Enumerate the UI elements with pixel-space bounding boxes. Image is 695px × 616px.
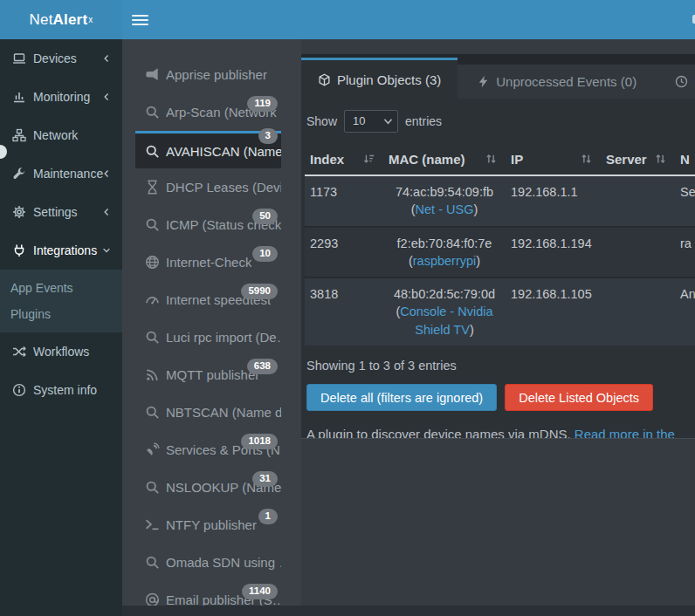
sidebar-item-label: System info (33, 383, 97, 397)
terminal-icon (145, 517, 160, 532)
top-navbar: NetAlertx (0, 0, 695, 39)
plugin-item-nbtscan[interactable]: NBTSCAN (Name di… (135, 394, 281, 431)
brand-logo[interactable]: NetAlertx (0, 0, 122, 39)
hamburger-menu-icon[interactable] (132, 11, 148, 28)
plugin-item-label: Apprise publisher (166, 67, 267, 82)
plugin-item-dhcp-leases[interactable]: DHCP Leases (Devic… (135, 168, 281, 206)
plugin-item-label: AVAHISCAN (Name … (166, 144, 281, 159)
server-cell (601, 175, 675, 227)
server-cell (601, 227, 675, 278)
plugin-item-avahiscan[interactable]: AVAHISCAN (Name … 3 (135, 131, 281, 168)
cube-icon (318, 73, 331, 86)
plugin-item-label: Internet-Check (166, 255, 251, 270)
chevron-left-icon (102, 207, 111, 217)
column-label: Index (310, 152, 344, 167)
show-label: Show (306, 114, 337, 128)
sidebar-item-monitoring[interactable]: Monitoring (0, 78, 122, 116)
plugin-item-internet-speedtest[interactable]: Internet speedtest 5990 (135, 281, 281, 318)
mac-cell: f2:eb:70:84:f0:7e (raspberrypi) (383, 227, 506, 278)
sort-ascending-icon (362, 153, 375, 165)
column-label: IP (511, 152, 523, 167)
column-header-mac[interactable]: MAC (name) (383, 143, 506, 175)
gear-icon (11, 205, 27, 219)
sidebar-item-system-info[interactable]: System info (0, 371, 122, 409)
table-row: 1173 74:ac:b9:54:09:fb (Net - USG) 192.1… (305, 175, 695, 227)
satellite-dish-icon (145, 442, 160, 457)
show-entries-row: Show 10 entries (305, 110, 692, 133)
table-summary: Showing 1 to 3 of 3 entries (305, 359, 692, 373)
table-header-row: Index MAC (name) IP Server (305, 143, 695, 175)
plugin-item-luci-rpc-import[interactable]: Luci rpc import (De… (135, 318, 281, 356)
sidebar-item-maintenance[interactable]: Maintenance (0, 154, 122, 193)
ip-cell: 192.168.1.105 (506, 277, 601, 346)
sidebar-item-label: Settings (33, 205, 78, 219)
device-name-link[interactable]: raspberrypi (413, 254, 477, 268)
plugin-item-icmp[interactable]: ICMP (Status check) 50 (135, 206, 281, 243)
submenu-item-app-events[interactable]: App Events (0, 275, 122, 301)
sidebar-item-label: Network (33, 128, 78, 142)
globe-icon (145, 255, 160, 270)
search-icon (145, 330, 160, 345)
index-cell: 1173 (305, 175, 383, 227)
sidebar-item-workflows[interactable]: Workflows (0, 332, 122, 371)
sidebar-item-devices[interactable]: Devices (0, 39, 122, 78)
plugin-objects-table: Index MAC (name) IP Server (305, 143, 695, 346)
tab-unprocessed-events[interactable]: Unprocessed Events (0) (458, 65, 656, 99)
rss-icon (145, 367, 160, 382)
plugin-item-apprise-publisher[interactable]: Apprise publisher (135, 56, 281, 93)
brand-bold: Alert (53, 11, 88, 29)
column-header-index[interactable]: Index (305, 143, 383, 175)
name-cell: ra (675, 227, 695, 278)
badge-count: 119 (247, 96, 278, 112)
table-row: 3818 48:b0:2d:5c:79:0d (Console - Nvidia… (305, 277, 695, 346)
mac-cell: 48:b0:2d:5c:79:0d (Console - Nvidia Shie… (383, 277, 506, 346)
show-entries-select[interactable]: 10 (344, 110, 398, 133)
plugin-item-label: DHCP Leases (Devic… (166, 180, 281, 195)
plugin-item-label: MQTT publisher (166, 367, 259, 382)
mac-address: 48:b0:2d:5c:79:0d (394, 287, 495, 301)
plugin-item-ntfy-publisher[interactable]: NTFY publisher 1 (135, 506, 281, 544)
column-label: MAC (name) (389, 152, 465, 167)
main-content: Plugin Objects (3) Unprocessed Events (0… (301, 39, 695, 616)
column-label: N (680, 152, 690, 167)
tab-events-history[interactable]: Events History (6) (656, 65, 695, 99)
submenu-item-plugins[interactable]: Plugins (0, 301, 122, 327)
plugin-item-internet-check[interactable]: Internet-Check 10 (135, 243, 281, 281)
index-cell: 3818 (305, 277, 383, 346)
ip-cell: 192.168.1.1 (506, 175, 601, 227)
delete-listed-button[interactable]: Delete Listed Objects (505, 384, 653, 411)
device-name-link[interactable]: Console - Nvidia Shield TV (400, 305, 492, 336)
sort-both-icon (580, 153, 593, 165)
tab-plugin-objects[interactable]: Plugin Objects (3) (301, 58, 458, 99)
sidebar-item-integrations[interactable]: Integrations (0, 231, 122, 270)
plugin-item-arp-scan[interactable]: Arp-Scan (Network … 119 (135, 93, 281, 131)
submenu-item-label: App Events (10, 281, 73, 295)
sidebar-item-label: Maintenance (33, 167, 103, 181)
tab-content: Show 10 entries Index MAC ( (301, 110, 695, 439)
name-cell: Se (675, 175, 695, 227)
plugin-item-nslookup[interactable]: NSLOOKUP (Name … 31 (135, 469, 281, 506)
badge-count: 10 (252, 246, 278, 262)
chevron-left-icon (102, 168, 111, 179)
column-header-ip[interactable]: IP (506, 143, 601, 175)
delete-all-button[interactable]: Delete all (filters are ignored) (306, 384, 497, 411)
chevron-down-icon (383, 118, 393, 126)
show-entries-value: 10 (353, 114, 365, 127)
badge-count: 1 (258, 509, 278, 524)
plugin-item-label: Luci rpc import (De… (166, 330, 281, 345)
network-icon (11, 128, 27, 142)
column-header-server[interactable]: Server (601, 143, 675, 175)
plugin-item-omada-sdn[interactable]: Omada SDN using … (135, 544, 281, 581)
chevron-left-icon (102, 92, 111, 102)
entries-label: entries (405, 114, 442, 128)
device-name-link[interactable]: Net - USG (416, 202, 474, 216)
mac-cell: 74:ac:b9:54:09:fb (Net - USG) (383, 175, 506, 227)
plugin-item-mqtt-publisher[interactable]: MQTT publisher 638 (135, 356, 281, 394)
paren-close: ) (473, 202, 478, 216)
sidebar-item-network[interactable]: Network (0, 116, 122, 154)
badge-count: 1140 (242, 584, 278, 599)
plugin-item-services-ports[interactable]: Services & Ports (N… 1018 (135, 431, 281, 469)
sidebar-item-settings[interactable]: Settings (0, 193, 122, 231)
column-header-name[interactable]: N (675, 143, 695, 175)
bullhorn-icon (145, 67, 160, 82)
